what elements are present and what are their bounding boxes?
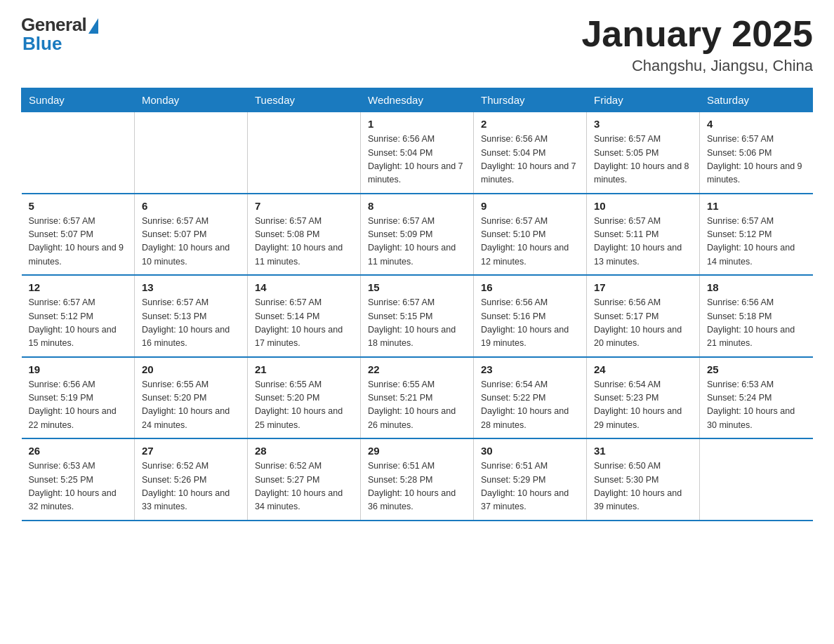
day-number: 31	[594, 445, 692, 457]
day-info: Sunrise: 6:50 AMSunset: 5:30 PMDaylight:…	[594, 459, 692, 514]
day-info: Sunrise: 6:57 AMSunset: 5:08 PMDaylight:…	[255, 215, 353, 269]
day-info: Sunrise: 6:55 AMSunset: 5:20 PMDaylight:…	[142, 378, 240, 433]
calendar-cell: 14Sunrise: 6:57 AMSunset: 5:14 PMDayligh…	[248, 275, 361, 357]
title-block: January 2025 Changshu, Jiangsu, China	[581, 14, 813, 75]
header-day-sunday: Sunday	[22, 88, 135, 112]
calendar-week-row: 26Sunrise: 6:53 AMSunset: 5:25 PMDayligh…	[22, 438, 813, 521]
calendar-cell: 12Sunrise: 6:57 AMSunset: 5:12 PMDayligh…	[22, 275, 135, 357]
calendar-cell: 10Sunrise: 6:57 AMSunset: 5:11 PMDayligh…	[587, 194, 700, 276]
calendar-week-row: 19Sunrise: 6:56 AMSunset: 5:19 PMDayligh…	[22, 357, 813, 439]
calendar-cell: 11Sunrise: 6:57 AMSunset: 5:12 PMDayligh…	[700, 194, 813, 276]
day-info: Sunrise: 6:57 AMSunset: 5:07 PMDaylight:…	[142, 215, 240, 269]
day-info: Sunrise: 6:57 AMSunset: 5:15 PMDaylight:…	[368, 296, 466, 351]
day-number: 4	[707, 118, 806, 130]
day-info: Sunrise: 6:51 AMSunset: 5:28 PMDaylight:…	[368, 459, 466, 514]
day-info: Sunrise: 6:54 AMSunset: 5:22 PMDaylight:…	[481, 378, 579, 433]
calendar-cell: 6Sunrise: 6:57 AMSunset: 5:07 PMDaylight…	[135, 194, 248, 276]
calendar-cell: 17Sunrise: 6:56 AMSunset: 5:17 PMDayligh…	[587, 275, 700, 357]
calendar-cell	[22, 112, 135, 194]
calendar-cell: 5Sunrise: 6:57 AMSunset: 5:07 PMDaylight…	[22, 194, 135, 276]
day-number: 23	[481, 363, 579, 375]
location-title: Changshu, Jiangsu, China	[581, 57, 813, 75]
calendar-cell: 28Sunrise: 6:52 AMSunset: 5:27 PMDayligh…	[248, 438, 361, 521]
calendar-cell: 9Sunrise: 6:57 AMSunset: 5:10 PMDaylight…	[474, 194, 587, 276]
day-info: Sunrise: 6:55 AMSunset: 5:20 PMDaylight:…	[255, 378, 353, 433]
calendar-cell: 7Sunrise: 6:57 AMSunset: 5:08 PMDaylight…	[248, 194, 361, 276]
day-number: 9	[481, 200, 579, 212]
calendar-cell: 29Sunrise: 6:51 AMSunset: 5:28 PMDayligh…	[361, 438, 474, 521]
logo: General Blue	[21, 14, 98, 55]
day-info: Sunrise: 6:51 AMSunset: 5:29 PMDaylight:…	[481, 459, 579, 514]
day-info: Sunrise: 6:57 AMSunset: 5:10 PMDaylight:…	[481, 215, 579, 269]
calendar-table: SundayMondayTuesdayWednesdayThursdayFrid…	[21, 88, 813, 521]
day-info: Sunrise: 6:57 AMSunset: 5:12 PMDaylight:…	[707, 215, 806, 269]
day-number: 12	[29, 281, 128, 293]
calendar-cell	[135, 112, 248, 194]
header-day-tuesday: Tuesday	[248, 88, 361, 112]
calendar-cell: 26Sunrise: 6:53 AMSunset: 5:25 PMDayligh…	[22, 438, 135, 521]
header-day-saturday: Saturday	[700, 88, 813, 112]
calendar-cell: 23Sunrise: 6:54 AMSunset: 5:22 PMDayligh…	[474, 357, 587, 439]
calendar-cell: 1Sunrise: 6:56 AMSunset: 5:04 PMDaylight…	[361, 112, 474, 194]
day-info: Sunrise: 6:53 AMSunset: 5:24 PMDaylight:…	[707, 378, 806, 433]
day-info: Sunrise: 6:57 AMSunset: 5:12 PMDaylight:…	[29, 296, 128, 351]
day-number: 15	[368, 281, 466, 293]
calendar-cell: 25Sunrise: 6:53 AMSunset: 5:24 PMDayligh…	[700, 357, 813, 439]
calendar-cell: 22Sunrise: 6:55 AMSunset: 5:21 PMDayligh…	[361, 357, 474, 439]
day-info: Sunrise: 6:54 AMSunset: 5:23 PMDaylight:…	[594, 378, 692, 433]
calendar-cell: 18Sunrise: 6:56 AMSunset: 5:18 PMDayligh…	[700, 275, 813, 357]
day-number: 28	[255, 445, 353, 457]
calendar-cell: 3Sunrise: 6:57 AMSunset: 5:05 PMDaylight…	[587, 112, 700, 194]
day-info: Sunrise: 6:57 AMSunset: 5:05 PMDaylight:…	[594, 133, 692, 187]
calendar-cell: 31Sunrise: 6:50 AMSunset: 5:30 PMDayligh…	[587, 438, 700, 521]
page-header: General Blue January 2025 Changshu, Jian…	[21, 14, 813, 75]
day-info: Sunrise: 6:56 AMSunset: 5:04 PMDaylight:…	[481, 133, 579, 187]
calendar-cell: 16Sunrise: 6:56 AMSunset: 5:16 PMDayligh…	[474, 275, 587, 357]
day-info: Sunrise: 6:57 AMSunset: 5:06 PMDaylight:…	[707, 133, 806, 187]
day-number: 2	[481, 118, 579, 130]
calendar-week-row: 12Sunrise: 6:57 AMSunset: 5:12 PMDayligh…	[22, 275, 813, 357]
day-info: Sunrise: 6:56 AMSunset: 5:17 PMDaylight:…	[594, 296, 692, 351]
day-number: 29	[368, 445, 466, 457]
day-info: Sunrise: 6:56 AMSunset: 5:19 PMDaylight:…	[29, 378, 128, 433]
day-number: 22	[368, 363, 466, 375]
day-info: Sunrise: 6:57 AMSunset: 5:07 PMDaylight:…	[29, 215, 128, 269]
header-day-monday: Monday	[135, 88, 248, 112]
calendar-cell: 24Sunrise: 6:54 AMSunset: 5:23 PMDayligh…	[587, 357, 700, 439]
header-day-thursday: Thursday	[474, 88, 587, 112]
calendar-cell: 13Sunrise: 6:57 AMSunset: 5:13 PMDayligh…	[135, 275, 248, 357]
calendar-week-row: 1Sunrise: 6:56 AMSunset: 5:04 PMDaylight…	[22, 112, 813, 194]
day-info: Sunrise: 6:55 AMSunset: 5:21 PMDaylight:…	[368, 378, 466, 433]
header-day-wednesday: Wednesday	[361, 88, 474, 112]
calendar-cell: 20Sunrise: 6:55 AMSunset: 5:20 PMDayligh…	[135, 357, 248, 439]
header-day-friday: Friday	[587, 88, 700, 112]
day-number: 3	[594, 118, 692, 130]
calendar-cell: 8Sunrise: 6:57 AMSunset: 5:09 PMDaylight…	[361, 194, 474, 276]
day-number: 6	[142, 200, 240, 212]
logo-blue-text: Blue	[21, 33, 62, 55]
month-title: January 2025	[581, 14, 813, 54]
calendar-cell	[700, 438, 813, 521]
day-number: 1	[368, 118, 466, 130]
day-number: 8	[368, 200, 466, 212]
day-number: 16	[481, 281, 579, 293]
day-number: 21	[255, 363, 353, 375]
day-info: Sunrise: 6:56 AMSunset: 5:16 PMDaylight:…	[481, 296, 579, 351]
calendar-week-row: 5Sunrise: 6:57 AMSunset: 5:07 PMDaylight…	[22, 194, 813, 276]
day-info: Sunrise: 6:57 AMSunset: 5:09 PMDaylight:…	[368, 215, 466, 269]
day-number: 5	[29, 200, 128, 212]
day-info: Sunrise: 6:57 AMSunset: 5:13 PMDaylight:…	[142, 296, 240, 351]
day-number: 25	[707, 363, 806, 375]
calendar-header-row: SundayMondayTuesdayWednesdayThursdayFrid…	[22, 88, 813, 112]
day-number: 19	[29, 363, 128, 375]
day-info: Sunrise: 6:57 AMSunset: 5:11 PMDaylight:…	[594, 215, 692, 269]
calendar-cell: 19Sunrise: 6:56 AMSunset: 5:19 PMDayligh…	[22, 357, 135, 439]
day-number: 14	[255, 281, 353, 293]
calendar-cell: 27Sunrise: 6:52 AMSunset: 5:26 PMDayligh…	[135, 438, 248, 521]
calendar-cell: 30Sunrise: 6:51 AMSunset: 5:29 PMDayligh…	[474, 438, 587, 521]
day-info: Sunrise: 6:52 AMSunset: 5:26 PMDaylight:…	[142, 459, 240, 514]
day-info: Sunrise: 6:53 AMSunset: 5:25 PMDaylight:…	[29, 459, 128, 514]
day-number: 26	[29, 445, 128, 457]
day-number: 30	[481, 445, 579, 457]
day-number: 20	[142, 363, 240, 375]
